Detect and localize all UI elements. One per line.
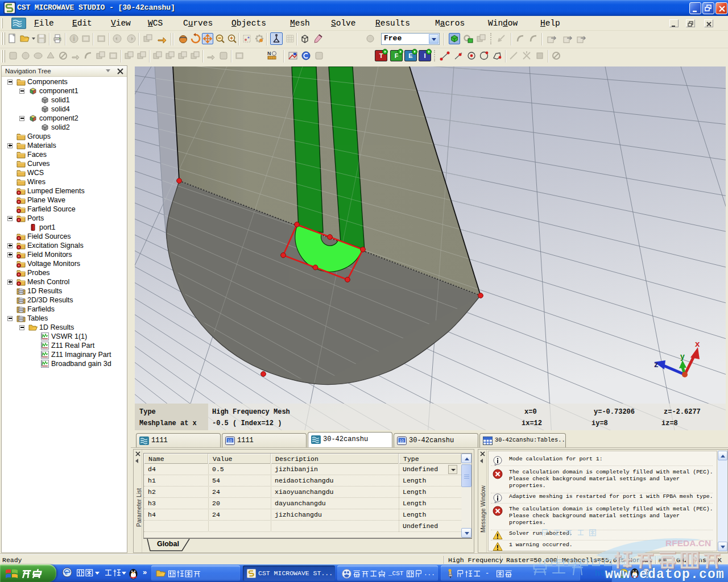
svg-text:RFEDA.CN: RFEDA.CN (665, 538, 711, 548)
svg-text:z: z (654, 359, 659, 369)
svg-text:y: y (680, 352, 685, 361)
svg-text:10: 10 (399, 439, 404, 443)
svg-text:10: 10 (228, 439, 232, 443)
svg-text:x: x (695, 339, 700, 348)
svg-text:e: e (65, 569, 68, 576)
svg-text:i: i (73, 35, 75, 42)
svg-text:N: N (267, 51, 271, 56)
